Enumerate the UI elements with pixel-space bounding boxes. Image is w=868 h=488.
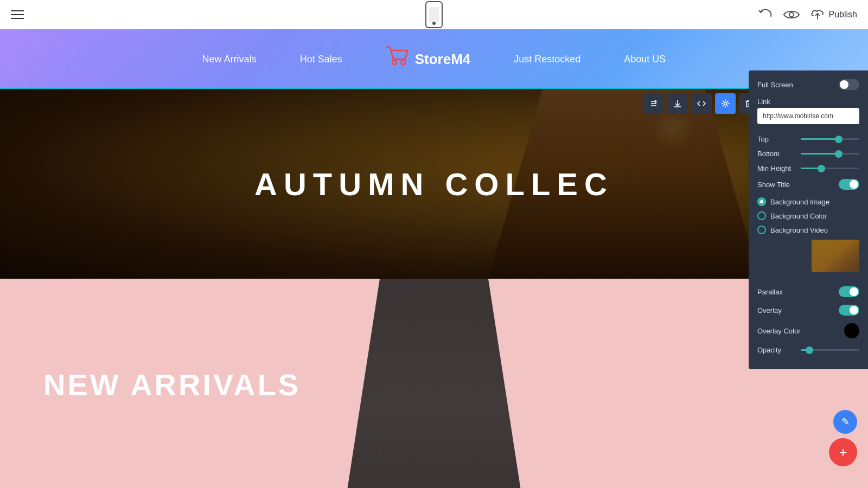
min-height-slider-label: Min Height <box>757 164 795 172</box>
phone-device-icon[interactable] <box>425 1 443 28</box>
toolbar-center <box>425 1 443 28</box>
min-height-slider-track[interactable] <box>801 168 859 169</box>
bottom-slider-row: Bottom <box>757 150 859 158</box>
top-slider-thumb[interactable] <box>835 136 843 143</box>
nav-link-about-us[interactable]: About US <box>624 54 666 65</box>
nav-link-new-arrivals[interactable]: New Arrivals <box>202 54 257 65</box>
hero-section: AUTUMN COLLEC <box>0 89 868 279</box>
code-tool-button[interactable] <box>691 93 712 114</box>
show-title-row: Show Title <box>757 179 859 190</box>
nav-link-just-restocked[interactable]: Just Restocked <box>514 54 580 65</box>
svg-point-0 <box>789 12 794 17</box>
cart-icon <box>386 46 410 72</box>
main-content: New Arrivals Hot Sales StoreM4 Just Rest… <box>0 0 868 488</box>
bg-image-radio[interactable] <box>757 197 766 206</box>
download-tool-button[interactable] <box>667 93 688 114</box>
sort-tool-button[interactable] <box>643 93 664 114</box>
opacity-slider-track[interactable] <box>801 349 859 351</box>
parallax-toggle-knob <box>850 287 858 296</box>
top-toolbar: Publish <box>0 0 868 29</box>
phone-screen <box>429 7 439 22</box>
svg-point-9 <box>724 102 727 105</box>
opacity-slider-label: Opacity <box>757 346 795 354</box>
publish-button[interactable]: Publish <box>810 9 857 20</box>
full-screen-toggle-knob <box>840 80 848 89</box>
edit-fab-icon: ✎ <box>841 416 850 428</box>
bottom-slider-thumb[interactable] <box>835 150 843 158</box>
new-arrivals-section: NEW ARRIVALS <box>0 279 868 488</box>
logo-text: StoreM4 <box>415 51 471 68</box>
top-slider-label: Top <box>757 135 795 143</box>
min-height-slider-row: Min Height <box>757 164 859 172</box>
overlay-color-row: Overlay Color <box>757 323 859 338</box>
bg-color-row[interactable]: Background Color <box>757 211 859 220</box>
bg-image-label: Background Image <box>770 198 829 206</box>
bottom-slider-label: Bottom <box>757 150 795 158</box>
overlay-color-swatch[interactable] <box>844 323 859 338</box>
show-title-toggle[interactable] <box>839 179 859 190</box>
parallax-row: Parallax <box>757 286 859 297</box>
nav-logo: StoreM4 <box>386 46 471 72</box>
bg-thumbnail-container <box>757 240 859 280</box>
overlay-label: Overlay <box>757 306 782 314</box>
bg-video-radio[interactable] <box>757 226 766 234</box>
hero-title: AUTUMN COLLEC <box>254 166 614 202</box>
show-title-label: Show Title <box>757 181 790 189</box>
full-screen-toggle[interactable] <box>839 79 859 90</box>
link-section: Link <box>757 98 859 132</box>
top-slider-track[interactable] <box>801 138 859 140</box>
overlay-toggle-knob <box>850 306 858 314</box>
bg-image-row[interactable]: Background Image <box>757 197 859 206</box>
bg-video-label: Background Video <box>770 226 828 234</box>
bottom-slider-track[interactable] <box>801 153 859 155</box>
full-screen-row: Full Screen <box>757 79 859 90</box>
toolbar-left <box>11 10 24 19</box>
opacity-slider-thumb[interactable] <box>806 346 813 354</box>
publish-label: Publish <box>829 10 857 20</box>
settings-tool-button[interactable] <box>715 93 736 114</box>
min-height-slider-thumb[interactable] <box>818 165 825 172</box>
navbar: New Arrivals Hot Sales StoreM4 Just Rest… <box>0 29 868 89</box>
undo-icon[interactable] <box>758 9 773 21</box>
top-slider-row: Top <box>757 135 859 143</box>
bg-thumbnail[interactable] <box>812 240 859 272</box>
overlay-color-label: Overlay Color <box>757 327 800 335</box>
hamburger-icon[interactable] <box>11 10 24 19</box>
hero-toolbar <box>643 93 760 114</box>
overlay-toggle[interactable] <box>839 305 859 316</box>
overlay-row: Overlay <box>757 305 859 316</box>
nav-link-hot-sales[interactable]: Hot Sales <box>300 54 342 65</box>
edit-fab-button[interactable]: ✎ <box>833 410 857 434</box>
new-arrivals-title: NEW ARRIVALS <box>43 367 301 402</box>
parallax-label: Parallax <box>757 288 783 296</box>
parallax-toggle[interactable] <box>839 286 859 297</box>
settings-panel: Full Screen Link Top Bottom Min Height <box>749 70 868 369</box>
svg-point-3 <box>401 60 405 65</box>
add-fab-button[interactable]: + <box>829 438 857 466</box>
link-label: Link <box>757 98 859 106</box>
top-slider-fill <box>801 138 839 140</box>
add-fab-icon: + <box>839 444 847 461</box>
full-screen-label: Full Screen <box>757 81 793 89</box>
svg-point-2 <box>392 60 397 65</box>
bg-color-radio[interactable] <box>757 211 766 220</box>
bottom-slider-fill <box>801 153 839 155</box>
opacity-slider-row: Opacity <box>757 346 859 354</box>
toolbar-right: Publish <box>758 9 857 21</box>
arrivals-person-silhouette <box>326 279 542 488</box>
show-title-toggle-knob <box>850 180 858 189</box>
bg-video-row[interactable]: Background Video <box>757 226 859 234</box>
bg-color-label: Background Color <box>770 212 827 220</box>
bg-image-radio-inner <box>760 200 763 203</box>
preview-icon[interactable] <box>783 9 800 20</box>
link-input[interactable] <box>757 108 859 124</box>
